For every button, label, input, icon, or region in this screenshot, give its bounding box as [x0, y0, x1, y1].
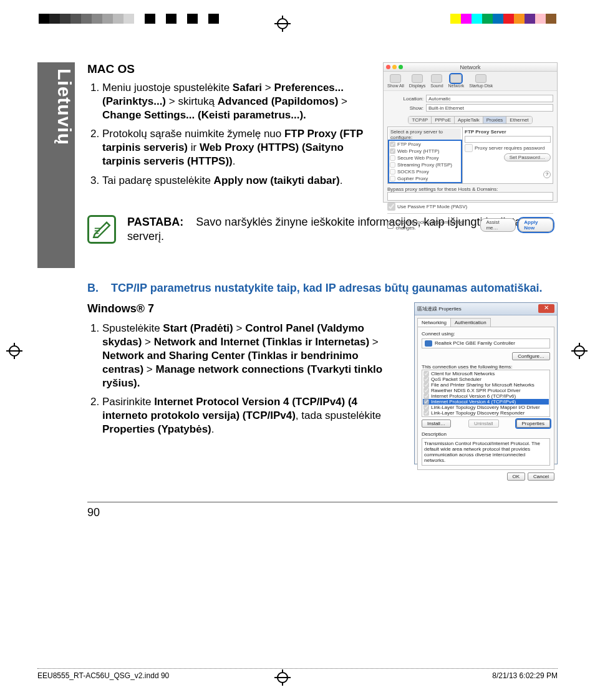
list-item: Tai padarę spustelėkite Apply now (taiky…: [102, 174, 374, 188]
tab-networking[interactable]: Networking: [417, 318, 451, 327]
window-title: 區域連線 Properties: [417, 305, 462, 312]
section-title-macos: MAC OS: [87, 62, 374, 76]
macos-network-screenshot: Network Show AllDisplaysSoundNetworkStar…: [383, 62, 558, 203]
windows-steps-list: Spustelėkite Start (Pradėti) > Control P…: [87, 322, 399, 437]
apply-now-button[interactable]: Apply Now: [518, 218, 553, 232]
print-footer: EEU8555_RT-AC56U_QSG_v2.indd 90 8/21/13 …: [37, 668, 558, 680]
cancel-button[interactable]: Cancel: [528, 472, 554, 481]
set-password-button[interactable]: Set Password…: [504, 153, 551, 161]
component-row[interactable]: Client for Microsoft Networks: [423, 371, 549, 376]
bypass-label: Bypass proxy settings for these Hosts & …: [387, 186, 553, 192]
page-number: 90: [87, 506, 558, 519]
show-select[interactable]: Built-in Ethernet: [426, 104, 553, 112]
macos-steps-list: Meniu juostoje spustelėkite Safari > Pre…: [87, 81, 374, 188]
protocol-row[interactable]: SOCKS Proxy: [389, 168, 461, 175]
uninstall-button[interactable]: Uninstall: [468, 420, 499, 428]
list-item: Protokolų sąraše nuimkite žymelę nuo FTP…: [102, 127, 374, 168]
protocol-row[interactable]: Streaming Proxy (RTSP): [389, 161, 461, 168]
component-row[interactable]: QoS Packet Scheduler: [423, 376, 549, 382]
section-b-heading: B. TCP/IP parametrus nustatykite taip, k…: [87, 282, 558, 295]
network-adapter-icon: [425, 340, 432, 347]
list-item: Meniu juostoje spustelėkite Safari > Pre…: [102, 81, 374, 122]
section-title-windows7: Windows® 7: [87, 302, 399, 315]
protocol-row[interactable]: FTP Proxy: [389, 141, 461, 148]
configure-button[interactable]: Configure…: [512, 352, 550, 360]
proto-list-header: Select a proxy server to configure:: [389, 128, 461, 141]
description-text: Transmission Control Protocol/Internet P…: [422, 438, 550, 466]
properties-button[interactable]: Properties: [516, 420, 550, 428]
toolbar-item[interactable]: Network: [448, 74, 465, 88]
install-button[interactable]: Install…: [422, 420, 451, 428]
proxy-password-label: Proxy server requires password: [475, 145, 544, 151]
ftp-proxy-server-title: FTP Proxy Server: [465, 129, 551, 135]
toolbar-item[interactable]: Startup Disk: [469, 74, 493, 88]
component-row[interactable]: File and Printer Sharing for Microsoft N…: [423, 382, 549, 388]
tab-item[interactable]: AppleTalk: [455, 117, 483, 123]
passive-ftp-label: Use Passive FTP Mode (PASV): [397, 204, 467, 209]
component-row[interactable]: Internet Protocol Version 4 (TCP/IPv4): [423, 399, 549, 405]
component-row[interactable]: Link-Layer Topology Discovery Mapper I/O…: [423, 405, 549, 410]
protocol-row[interactable]: Web Proxy (HTTP): [389, 148, 461, 155]
section-b-prefix: B.: [87, 282, 102, 295]
toolbar-item[interactable]: Sound: [430, 74, 443, 88]
note-label: PASTABA:: [127, 216, 183, 228]
adapter-name: Realtek PCIe GBE Family Controller: [435, 340, 515, 346]
color-bar-right: [450, 14, 556, 24]
registration-mark-icon: [571, 343, 588, 359]
component-row[interactable]: Link-Layer Topology Discovery Responder: [423, 410, 549, 416]
toolbar-item[interactable]: Show All: [387, 74, 404, 88]
footer-timestamp: 8/21/13 6:02:29 PM: [492, 671, 558, 680]
page-rule: [87, 502, 558, 502]
location-select[interactable]: Automatic: [426, 95, 553, 102]
registration-mark-icon: [274, 16, 291, 32]
assist-me-button[interactable]: Assist me…: [480, 218, 516, 232]
location-label: Location:: [387, 96, 423, 102]
connect-using-label: Connect using:: [422, 331, 550, 337]
protocol-row[interactable]: Secure Web Proxy: [389, 155, 461, 161]
help-icon[interactable]: ?: [543, 171, 551, 178]
protocol-row[interactable]: Gopher Proxy: [389, 175, 461, 182]
tab-item[interactable]: PPPoE: [432, 117, 455, 123]
windows-properties-screenshot: 區域連線 Properties ✕ Networking Authenticat…: [414, 302, 558, 464]
window-title: Network: [460, 64, 480, 70]
tab-item[interactable]: Proxies: [483, 117, 507, 123]
list-item: Spustelėkite Start (Pradėti) > Control P…: [102, 322, 399, 390]
language-tab: Lietuvių: [37, 62, 75, 268]
tab-item[interactable]: TCP/IP: [409, 117, 432, 123]
footer-file: EEU8555_RT-AC56U_QSG_v2.indd 90: [37, 671, 169, 680]
tab-item[interactable]: Ethernet: [506, 117, 531, 123]
ok-button[interactable]: OK: [507, 472, 526, 481]
uses-label: This connection uses the following items…: [422, 364, 550, 370]
close-icon[interactable]: ✕: [538, 304, 554, 313]
section-b-text: TCP/IP parametrus nustatykite taip, kad …: [111, 282, 558, 295]
passive-ftp-checkbox[interactable]: [387, 203, 395, 211]
registration-mark-icon: [6, 343, 22, 359]
lock-icon[interactable]: [387, 221, 394, 229]
component-row[interactable]: Rawether NDIS 6.X SPR Protocol Driver: [423, 388, 549, 393]
tab-authentication[interactable]: Authentication: [450, 318, 491, 327]
proxy-password-checkbox[interactable]: [465, 144, 473, 152]
description-label: Description: [422, 431, 550, 437]
proxy-tabs[interactable]: TCP/IPPPPoEAppleTalkProxiesEthernet: [408, 116, 532, 124]
toolbar-item[interactable]: Displays: [409, 74, 425, 88]
lock-label: Click the lock to prevent further change…: [396, 219, 481, 231]
list-item: Pasirinkite Internet Protocol Version 4 …: [102, 395, 399, 436]
show-label: Show:: [387, 105, 423, 111]
note-icon: [87, 215, 116, 244]
component-row[interactable]: Internet Protocol Version 6 (TCP/IPv6): [423, 393, 549, 399]
